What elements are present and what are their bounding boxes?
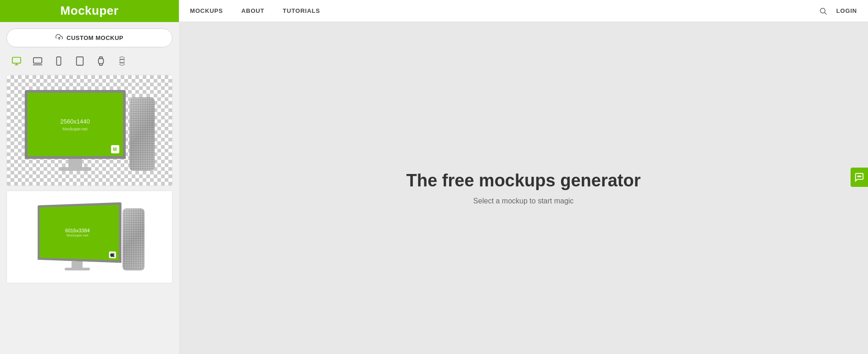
main-content: The free mockups generator Select a mock… <box>179 22 868 354</box>
feedback-widget[interactable] <box>851 168 868 187</box>
monitor-body-1: 2560x1440 Mockuper.net M <box>25 90 126 171</box>
mockup-card-2[interactable]: 6016x3384 Mockuper.net <box>6 191 172 283</box>
svg-rect-9 <box>77 57 83 65</box>
nav-about[interactable]: ABOUT <box>241 7 264 14</box>
monitor-mockup-1: 2560x1440 Mockuper.net M <box>25 90 155 171</box>
tablet-icon <box>75 56 85 66</box>
feedback-icon <box>854 172 864 182</box>
custom-mockup-button[interactable]: CUSTOM MOCKUP <box>6 28 172 47</box>
svg-point-15 <box>857 176 858 177</box>
monitor-resolution-2: 6016x3384 <box>65 227 90 233</box>
svg-rect-11 <box>99 59 104 64</box>
monitor-body-2: 6016x3384 Mockuper.net <box>35 204 120 270</box>
svg-point-17 <box>860 176 861 177</box>
monitor-screen-1: 2560x1440 Mockuper.net M <box>25 90 126 159</box>
monitor-base-1 <box>59 167 91 171</box>
mockup-card-2-image: 6016x3384 Mockuper.net <box>7 191 172 283</box>
other-icon <box>117 56 127 66</box>
filter-phone[interactable] <box>50 54 67 68</box>
monitor-brand-1: Mockuper.net <box>62 127 87 131</box>
monitor-logo-1: M <box>111 145 119 153</box>
upload-icon <box>56 34 63 42</box>
search-icon <box>819 7 827 15</box>
laptop-icon <box>33 56 43 66</box>
tower-leg-2 <box>127 270 140 270</box>
tower-grid-1 <box>129 97 155 171</box>
monitor-stand-2 <box>72 261 83 268</box>
main-layout: CUSTOM MOCKUP <box>0 22 868 354</box>
upload-svg <box>56 34 63 41</box>
apple-icon <box>110 252 115 258</box>
login-button[interactable]: LOGIN <box>836 7 857 14</box>
filter-desktop[interactable] <box>8 54 25 68</box>
filter-laptop[interactable] <box>29 54 46 68</box>
main-nav: MOCKUPS ABOUT TUTORIALS <box>179 7 819 14</box>
header: Mockuper MOCKUPS ABOUT TUTORIALS LOGIN <box>0 0 868 22</box>
main-title: The free mockups generator <box>406 171 640 191</box>
svg-rect-6 <box>33 58 42 63</box>
main-subtitle: Select a mockup to start magic <box>473 197 574 205</box>
svg-point-16 <box>859 176 860 177</box>
header-right: LOGIN <box>819 7 868 15</box>
svg-rect-7 <box>56 57 61 65</box>
mockup-card-1-image: 2560x1440 Mockuper.net M <box>7 75 172 185</box>
desktop-icon <box>11 56 22 66</box>
nav-tutorials[interactable]: TUTORIALS <box>283 7 320 14</box>
monitor-logo-2 <box>109 251 116 258</box>
monitor-base-2 <box>65 268 90 270</box>
custom-mockup-label: CUSTOM MOCKUP <box>67 34 123 41</box>
tower-grid-2 <box>122 208 145 270</box>
monitor-brand-2: Mockuper.net <box>67 233 88 237</box>
search-button[interactable] <box>819 7 827 15</box>
monitor-mockup-2: 6016x3384 Mockuper.net <box>35 204 145 270</box>
sidebar: CUSTOM MOCKUP <box>0 22 179 354</box>
nav-mockups[interactable]: MOCKUPS <box>190 7 223 14</box>
mockup-card-1[interactable]: 2560x1440 Mockuper.net M <box>6 75 172 186</box>
phone-icon <box>54 56 64 66</box>
monitor-resolution-1: 2560x1440 <box>60 118 89 125</box>
device-filters <box>6 54 172 68</box>
svg-point-0 <box>820 8 825 13</box>
filter-watch[interactable] <box>93 54 109 68</box>
tower-leg-1 <box>135 170 149 171</box>
tower-unit-1 <box>129 97 155 171</box>
watch-icon <box>96 56 106 66</box>
logo-area: Mockuper <box>0 0 179 22</box>
svg-rect-3 <box>12 57 21 63</box>
svg-line-1 <box>824 12 826 14</box>
svg-rect-12 <box>120 57 124 65</box>
monitor-screen-2: 6016x3384 Mockuper.net <box>38 202 122 263</box>
tower-unit-2 <box>122 208 145 270</box>
logo: Mockuper <box>61 4 119 18</box>
monitor-stand-1 <box>68 159 82 167</box>
filter-tablet[interactable] <box>72 54 88 68</box>
filter-other[interactable] <box>114 54 130 68</box>
